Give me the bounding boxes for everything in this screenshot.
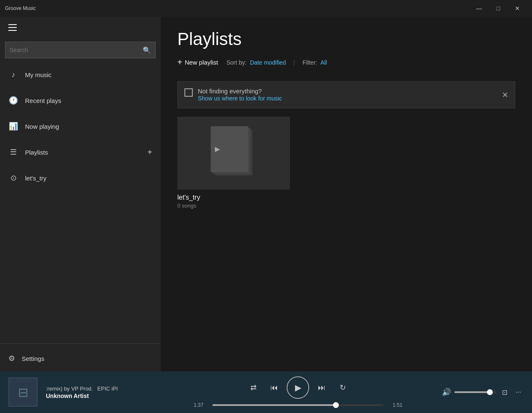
shuffle-button[interactable]: ⇄ (245, 379, 262, 396)
paper-front: ▶ (211, 126, 248, 172)
page-title: Playlists (177, 29, 515, 49)
hamburger-button[interactable] (0, 17, 25, 38)
close-button[interactable]: ✕ (508, 0, 527, 17)
player-bar: ⊟ :remix) by VP Prod. EPIC iPI Unknown A… (0, 371, 532, 413)
track-name: :remix) by VP Prod. EPIC iPI (46, 385, 146, 392)
vinyl-icon: ⊟ (18, 385, 28, 400)
sort-value[interactable]: Date modified (250, 59, 286, 66)
sidebar-item-label: Now playing (25, 123, 59, 130)
separator: | (293, 59, 295, 66)
list-icon: ☰ (8, 148, 18, 157)
sidebar-item-lets-try[interactable]: ⊙ let's_try (0, 165, 161, 191)
titlebar: Groove Music — □ ✕ (0, 0, 532, 17)
mini-mode-button[interactable]: ⊡ (499, 387, 510, 398)
search-input[interactable] (10, 47, 143, 53)
sort-filter: Sort by: Date modified | Filter: All (227, 59, 327, 66)
sidebar-item-playlists[interactable]: ☰ Playlists + (0, 139, 161, 165)
clock-icon: 🕐 (8, 96, 18, 105)
sidebar-item-label: Playlists (25, 149, 48, 156)
notification-text-wrap: Not finding everything? Show us where to… (198, 88, 282, 102)
sidebar-bottom: ⚙ Settings (0, 342, 161, 371)
playlist-art: ▶ (211, 126, 257, 180)
track-name-text: :remix) by VP Prod. (46, 385, 93, 392)
playlist-icon: ⊙ (8, 173, 18, 183)
bars-icon: 📊 (8, 122, 18, 131)
sidebar-item-now-playing[interactable]: 📊 Now playing (0, 113, 161, 139)
notification-text: Not finding everything? (198, 88, 282, 95)
sidebar-item-settings[interactable]: ⚙ Settings (0, 345, 161, 371)
notification-bar: Not finding everything? Show us where to… (177, 81, 515, 108)
sidebar-divider (0, 343, 161, 344)
volume-fill (454, 391, 490, 393)
repeat-button[interactable]: ↻ (334, 379, 351, 396)
hamburger-icon (8, 24, 17, 31)
search-container: 🔍 (0, 38, 161, 62)
music-note-icon: ♪ (8, 70, 18, 79)
time-current: 1:37 (194, 402, 208, 408)
filter-value[interactable]: All (320, 59, 327, 66)
sidebar-item-my-music[interactable]: ♪ My music (0, 62, 161, 88)
playlist-name: let's_try (177, 194, 290, 201)
player-buttons: ⇄ ⏮ ▶ ⏭ ↻ (245, 376, 351, 399)
sidebar-item-label: Recent plays (25, 97, 61, 104)
sidebar-item-recent-plays[interactable]: 🕐 Recent plays (0, 88, 161, 113)
player-controls: ⇄ ⏮ ▶ ⏭ ↻ 1:37 1:51 (154, 376, 442, 408)
more-button[interactable]: ··· (513, 387, 524, 398)
progress-thumb (333, 402, 339, 408)
minimize-button[interactable]: — (469, 0, 489, 17)
notification-close-button[interactable]: ✕ (502, 90, 508, 100)
artist-name: Unknown Artist (46, 393, 146, 399)
notification-link[interactable]: Show us where to look for music (198, 95, 282, 102)
play-arrow-icon: ▶ (215, 145, 220, 153)
playlist-count: 0 songs (177, 203, 290, 209)
track-name-extra: EPIC iPI (97, 385, 118, 392)
filter-label: Filter: (303, 59, 317, 66)
window-controls: — □ ✕ (469, 0, 527, 17)
player-track-info: :remix) by VP Prod. EPIC iPI Unknown Art… (38, 385, 154, 399)
album-art: ⊟ (8, 378, 38, 407)
paper-play-row: ▶ (215, 145, 222, 153)
volume-bar[interactable] (454, 391, 496, 393)
playlist-card[interactable]: ▶ let's_try 0 songs (177, 117, 290, 209)
playlist-thumbnail: ▶ (177, 117, 290, 190)
volume-thumb (487, 389, 493, 395)
main-layout: 🔍 ♪ My music 🕐 Recent plays 📊 Now playin… (0, 17, 532, 371)
sidebar: 🔍 ♪ My music 🕐 Recent plays 📊 Now playin… (0, 17, 161, 371)
playlists-grid: ▶ let's_try 0 songs (161, 113, 532, 213)
volume-icon: 🔊 (442, 388, 451, 397)
progress-bar[interactable] (212, 404, 383, 406)
sidebar-item-label: let's_try (25, 175, 46, 182)
notification-icon (184, 88, 193, 97)
progress-fill (212, 404, 335, 406)
content-area: Playlists + New playlist Sort by: Date m… (161, 17, 532, 371)
content-header: Playlists + New playlist Sort by: Date m… (161, 17, 532, 77)
previous-button[interactable]: ⏮ (266, 379, 282, 396)
progress-wrap: 1:37 1:51 (194, 402, 402, 408)
app-title: Groove Music (5, 5, 36, 11)
plus-icon: + (177, 58, 182, 67)
player-right: 🔊 ⊡ ··· (442, 387, 524, 398)
notification-content: Not finding everything? Show us where to… (184, 88, 282, 102)
settings-label: Settings (22, 355, 44, 362)
play-button[interactable]: ▶ (287, 376, 309, 399)
next-button[interactable]: ⏭ (313, 379, 330, 396)
search-button[interactable]: 🔍 (143, 46, 151, 54)
add-playlist-icon[interactable]: + (147, 148, 152, 157)
new-playlist-label: New playlist (185, 59, 218, 66)
toolbar: + New playlist Sort by: Date modified | … (177, 56, 515, 73)
maximize-button[interactable]: □ (489, 0, 508, 17)
new-playlist-button[interactable]: + New playlist (177, 56, 218, 69)
sidebar-item-label: My music (25, 71, 51, 78)
sort-label: Sort by: (227, 59, 247, 66)
search-box: 🔍 (5, 42, 156, 58)
time-total: 1:51 (388, 402, 402, 408)
gear-icon: ⚙ (8, 354, 15, 363)
sidebar-nav: ♪ My music 🕐 Recent plays 📊 Now playing … (0, 62, 161, 191)
